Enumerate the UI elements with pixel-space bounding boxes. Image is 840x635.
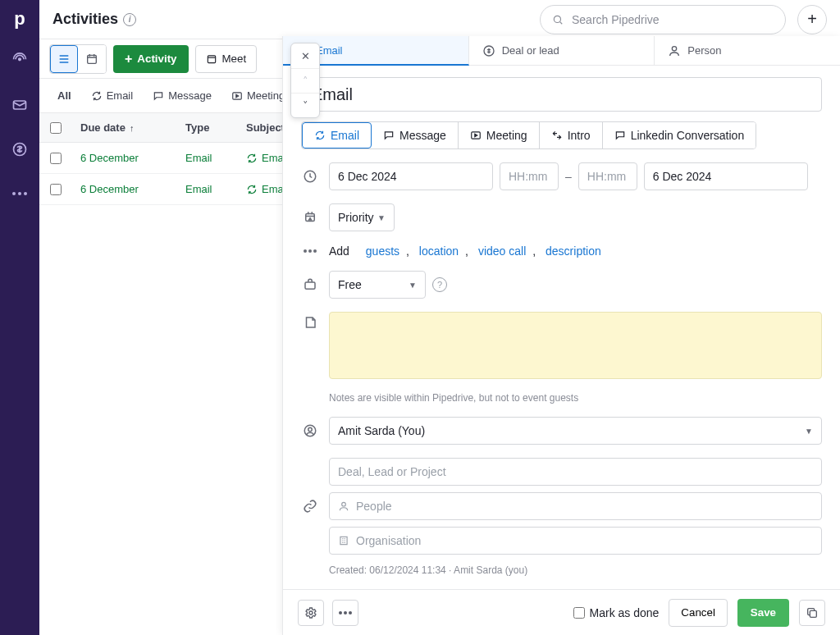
more-icon[interactable] (7, 180, 33, 207)
svg-rect-16 (340, 537, 347, 544)
filter-message[interactable]: Message (144, 85, 220, 107)
add-description-link[interactable]: description (546, 244, 601, 258)
close-panel-button[interactable]: ✕ (291, 43, 319, 68)
owner-select[interactable]: Amit Sarda (You)▼ (329, 417, 822, 445)
more-actions-button[interactable] (332, 600, 358, 626)
calendar-view-button[interactable] (78, 45, 106, 73)
search-placeholder: Search Pipedrive (572, 13, 660, 26)
page-title: Activities i (52, 11, 136, 28)
end-date-input[interactable] (644, 162, 808, 190)
svg-point-15 (342, 502, 346, 506)
start-date-input[interactable] (329, 162, 493, 190)
copy-icon (806, 606, 819, 619)
filter-email[interactable]: Email (83, 85, 142, 107)
activity-type-picker: Email Message Meeting Intro (301, 121, 756, 149)
svg-rect-12 (305, 282, 315, 289)
chip-intro[interactable]: Intro (540, 122, 603, 148)
flag-icon (301, 210, 319, 225)
pipedrive-logo[interactable]: p (14, 8, 25, 30)
list-view-button[interactable] (50, 45, 78, 73)
person-icon (668, 44, 681, 57)
global-search[interactable]: Search Pipedrive (540, 5, 786, 34)
add-video-link[interactable]: video call (478, 244, 526, 258)
cell-due-date[interactable]: 6 December (72, 152, 177, 164)
user-icon (301, 423, 319, 438)
svg-point-0 (19, 58, 21, 61)
mail-icon[interactable] (7, 92, 33, 118)
cell-type[interactable]: Email (177, 152, 238, 164)
col-type[interactable]: Type (177, 121, 238, 134)
add-activity-button[interactable]: + Activity (113, 45, 189, 73)
chip-linkedin[interactable]: Linkedin Conversation (603, 122, 756, 148)
prev-item-button[interactable]: ˄ (291, 68, 319, 93)
panel-entity-tabs: Email Deal or lead Person (283, 36, 840, 66)
svg-rect-18 (810, 610, 816, 617)
settings-button[interactable] (298, 600, 324, 626)
people-input[interactable]: People (329, 492, 822, 520)
person-icon (338, 500, 349, 512)
cell-due-date[interactable]: 6 December (72, 183, 177, 195)
activity-title-input[interactable] (301, 77, 822, 112)
calendar-icon (206, 53, 217, 65)
chat-icon (614, 130, 626, 141)
svg-rect-5 (208, 55, 215, 62)
cycle-icon (91, 90, 103, 102)
next-item-button[interactable]: ˅ (291, 93, 319, 117)
panel-drag-handle: ✕ ˄ ˅ (290, 43, 320, 118)
save-button[interactable]: Save (737, 599, 789, 627)
meeting-scheduler-button[interactable]: Meet (195, 45, 258, 73)
duplicate-button[interactable] (799, 600, 825, 626)
link-icon (301, 499, 319, 514)
clock-icon (301, 169, 319, 184)
created-meta: Created: 06/12/2024 11:34 · Amit Sarda (… (329, 564, 822, 576)
availability-select[interactable]: Free▼ (329, 271, 426, 299)
activity-detail-panel: Email Deal or lead Person Email (282, 36, 840, 635)
notes-textarea[interactable] (329, 312, 822, 379)
start-time-input[interactable] (500, 162, 559, 190)
global-add-button[interactable]: + (797, 5, 827, 34)
dollar-icon (482, 44, 495, 57)
info-icon[interactable]: i (123, 13, 136, 26)
svg-point-8 (673, 46, 677, 50)
svg-point-17 (309, 611, 313, 614)
play-icon (231, 90, 243, 102)
cycle-icon (246, 184, 258, 195)
chip-meeting[interactable]: Meeting (459, 122, 540, 148)
mark-done-checkbox[interactable]: Mark as done (573, 606, 660, 619)
left-nav-rail: p (0, 0, 39, 635)
cycle-icon (246, 153, 258, 164)
tab-deal[interactable]: Deal or lead (469, 36, 655, 66)
chip-message[interactable]: Message (372, 122, 459, 148)
chip-email[interactable]: Email (302, 122, 372, 148)
deal-input[interactable]: Deal, Lead or Project (329, 458, 822, 486)
add-location-link[interactable]: location (419, 244, 459, 258)
row-checkbox[interactable] (50, 184, 62, 195)
cancel-button[interactable]: Cancel (669, 599, 728, 627)
handshake-icon (551, 130, 563, 141)
filter-all[interactable]: All (49, 85, 80, 107)
org-input[interactable]: Organisation (329, 527, 822, 555)
end-time-input[interactable] (578, 162, 637, 190)
more-icon (301, 249, 319, 253)
priority-select[interactable]: Priority▼ (329, 203, 395, 231)
help-icon[interactable]: ? (432, 277, 447, 292)
add-guests-link[interactable]: guests (366, 244, 399, 258)
building-icon (338, 535, 349, 546)
svg-point-14 (308, 427, 313, 432)
gear-icon (304, 606, 317, 619)
col-due-date[interactable]: Due date ↑ (72, 121, 177, 134)
chat-icon (153, 90, 164, 102)
broadcast-icon[interactable] (7, 48, 33, 74)
note-icon (301, 315, 319, 330)
play-icon (470, 130, 482, 141)
sort-asc-icon: ↑ (130, 123, 135, 133)
cycle-icon (314, 130, 326, 141)
briefcase-icon (301, 277, 319, 292)
row-checkbox[interactable] (50, 153, 62, 164)
panel-footer: Mark as done Cancel Save (283, 589, 840, 635)
range-dash: – (565, 170, 572, 183)
tab-person[interactable]: Person (655, 36, 840, 66)
cell-type[interactable]: Email (177, 183, 238, 195)
dollar-icon[interactable] (7, 136, 33, 162)
select-all-checkbox[interactable] (50, 122, 62, 134)
